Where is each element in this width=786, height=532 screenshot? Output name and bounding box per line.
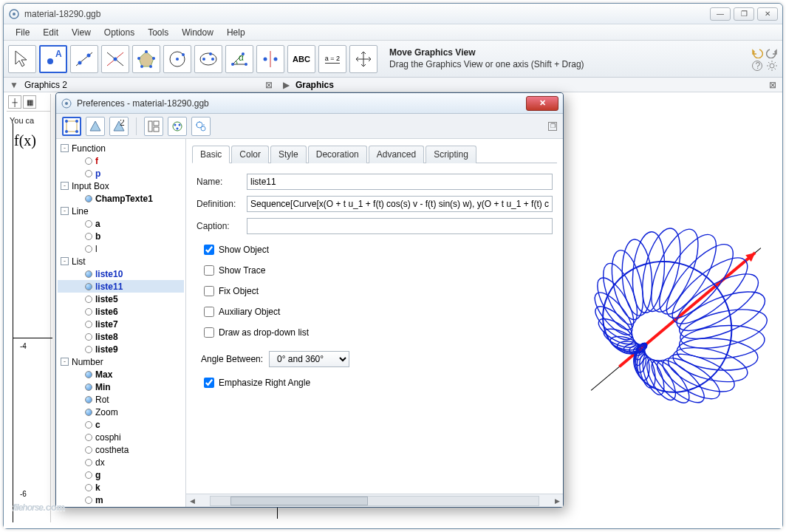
tree-category[interactable]: -Line bbox=[58, 205, 184, 217]
auxiliary-checkbox[interactable] bbox=[204, 307, 214, 317]
tool-circle[interactable] bbox=[163, 45, 191, 73]
undo-icon[interactable] bbox=[751, 47, 763, 58]
tree-item[interactable]: m bbox=[58, 494, 184, 506]
tool-polygon[interactable] bbox=[132, 45, 160, 73]
tree-item[interactable]: Rot bbox=[58, 393, 184, 406]
visibility-dot-icon[interactable] bbox=[85, 383, 92, 391]
visibility-dot-icon[interactable] bbox=[85, 497, 92, 504]
visibility-dot-icon[interactable] bbox=[85, 346, 92, 353]
tool-line[interactable] bbox=[70, 45, 98, 73]
tree-item[interactable]: liste5 bbox=[58, 293, 184, 305]
tree-item[interactable]: ChampTexte1 bbox=[58, 192, 184, 205]
visibility-dot-icon[interactable] bbox=[85, 220, 92, 228]
axes-toggle-icon[interactable]: ┼ bbox=[8, 95, 21, 109]
tab-advanced[interactable]: Advanced bbox=[369, 146, 424, 163]
visibility-dot-icon[interactable] bbox=[85, 409, 92, 416]
close-panel2-icon[interactable]: ⊠ bbox=[769, 80, 776, 90]
tool-slider[interactable]: a = 2 bbox=[318, 45, 346, 73]
scroll-thumb[interactable] bbox=[230, 497, 368, 505]
tree-item[interactable]: cosphi bbox=[58, 431, 184, 443]
scroll-right-icon[interactable]: ▶ bbox=[551, 496, 563, 506]
menu-window[interactable]: Window bbox=[176, 26, 219, 39]
visibility-dot-icon[interactable] bbox=[85, 195, 92, 202]
visibility-dot-icon[interactable] bbox=[85, 396, 92, 403]
chevron-right-icon[interactable]: ▶ bbox=[283, 80, 290, 90]
tree-item[interactable]: liste8 bbox=[58, 330, 184, 343]
visibility-dot-icon[interactable] bbox=[85, 459, 92, 466]
object-tree[interactable]: -Functionfp-Input BoxChampTexte1-Lineabl… bbox=[56, 139, 186, 507]
menu-tools[interactable]: Tools bbox=[142, 26, 174, 39]
tree-item[interactable]: liste9 bbox=[58, 343, 184, 355]
visibility-dot-icon[interactable] bbox=[85, 333, 92, 341]
maximize-button[interactable]: ❐ bbox=[734, 7, 754, 21]
visibility-dot-icon[interactable] bbox=[85, 283, 92, 290]
tool-angle[interactable]: α bbox=[225, 45, 253, 73]
tree-item[interactable]: p bbox=[58, 167, 184, 180]
name-input[interactable] bbox=[247, 174, 553, 190]
expand-icon[interactable]: - bbox=[61, 358, 69, 366]
fix-object-checkbox[interactable] bbox=[204, 286, 214, 296]
visibility-dot-icon[interactable] bbox=[85, 484, 92, 491]
tab-style[interactable]: Style bbox=[270, 146, 307, 163]
advanced-tab-icon[interactable] bbox=[191, 117, 211, 136]
tree-item[interactable]: f bbox=[58, 154, 184, 167]
tree-item[interactable]: liste7 bbox=[58, 318, 184, 330]
graphics2-tab-icon[interactable]: 2 bbox=[109, 117, 129, 136]
tab-scripting[interactable]: Scripting bbox=[426, 146, 476, 163]
close-panel-icon[interactable]: ⊠ bbox=[265, 80, 273, 90]
tool-perpendicular[interactable] bbox=[101, 45, 129, 73]
grid-toggle-icon[interactable]: ▦ bbox=[23, 95, 36, 109]
visibility-dot-icon[interactable] bbox=[85, 421, 92, 429]
close-button[interactable]: ✕ bbox=[757, 7, 778, 21]
show-object-checkbox[interactable] bbox=[204, 245, 214, 255]
emphasize-checkbox[interactable] bbox=[204, 378, 214, 388]
visibility-dot-icon[interactable] bbox=[85, 157, 92, 165]
tree-item[interactable]: liste6 bbox=[58, 305, 184, 318]
tree-item[interactable]: g bbox=[58, 468, 184, 481]
pin-button[interactable]: ❐ bbox=[548, 122, 557, 131]
tree-item[interactable]: liste10 bbox=[58, 267, 184, 280]
tool-text[interactable]: ABC bbox=[287, 45, 315, 73]
tree-item[interactable]: Max bbox=[58, 368, 184, 381]
graphics2-panel[interactable]: ┼ ▦ You ca f(x) -4 -6 bbox=[7, 94, 51, 522]
show-trace-checkbox[interactable] bbox=[204, 265, 214, 276]
tab-color[interactable]: Color bbox=[231, 146, 269, 163]
tree-item[interactable]: c bbox=[58, 418, 184, 431]
tree-item[interactable]: liste11 bbox=[58, 280, 184, 293]
menu-file[interactable]: File bbox=[10, 26, 35, 39]
titlebar[interactable]: material-18290.ggb — ❐ ✕ bbox=[4, 4, 782, 24]
visibility-dot-icon[interactable] bbox=[85, 471, 92, 479]
panel-graphics2-label[interactable]: Graphics 2 bbox=[24, 80, 67, 90]
visibility-dot-icon[interactable] bbox=[85, 170, 92, 177]
dialog-close-button[interactable]: ✕ bbox=[526, 96, 558, 111]
tab-basic[interactable]: Basic bbox=[192, 146, 230, 163]
tree-category[interactable]: -List bbox=[58, 255, 184, 267]
tool-move-view[interactable] bbox=[349, 45, 377, 73]
help-icon[interactable]: ? bbox=[751, 60, 763, 72]
visibility-dot-icon[interactable] bbox=[85, 233, 92, 240]
tree-item[interactable]: b bbox=[58, 230, 184, 242]
angle-between-select[interactable]: 0° and 360° bbox=[269, 351, 349, 367]
menu-edit[interactable]: Edit bbox=[37, 26, 64, 39]
visibility-dot-icon[interactable] bbox=[85, 245, 92, 253]
objects-tab-icon[interactable] bbox=[62, 117, 81, 136]
menu-help[interactable]: Help bbox=[221, 26, 251, 39]
dialog-titlebar[interactable]: Preferences - material-18290.ggb ✕ bbox=[56, 93, 563, 114]
graphics-tab-icon[interactable] bbox=[86, 117, 105, 136]
settings-icon[interactable] bbox=[766, 60, 778, 72]
tree-item[interactable]: Min bbox=[58, 381, 184, 393]
expand-icon[interactable]: - bbox=[61, 207, 69, 215]
caption-input[interactable] bbox=[247, 218, 553, 234]
defaults-tab-icon[interactable] bbox=[168, 117, 187, 136]
visibility-dot-icon[interactable] bbox=[85, 371, 92, 378]
tree-item[interactable]: costheta bbox=[58, 443, 184, 456]
tool-move[interactable] bbox=[8, 45, 36, 73]
expand-icon[interactable]: - bbox=[61, 257, 69, 265]
horizontal-scrollbar[interactable]: ◀ ▶ bbox=[186, 494, 563, 507]
visibility-dot-icon[interactable] bbox=[85, 434, 92, 441]
menu-options[interactable]: Options bbox=[98, 26, 140, 39]
dropdown-checkbox[interactable] bbox=[204, 327, 214, 338]
chevron-down-icon[interactable]: ▼ bbox=[10, 80, 18, 90]
visibility-dot-icon[interactable] bbox=[85, 446, 92, 454]
tree-item[interactable]: a bbox=[58, 217, 184, 230]
